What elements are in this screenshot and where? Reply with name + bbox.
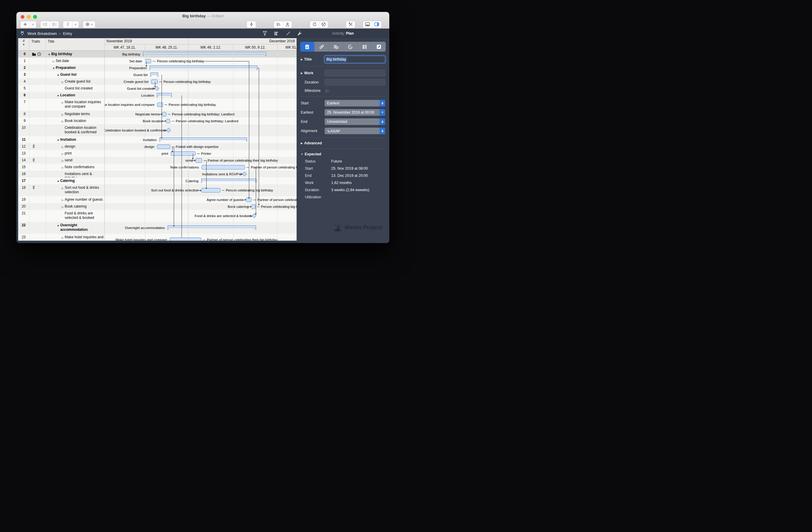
collapse-triangle-icon[interactable]: ▼ [56,93,60,99]
earliest-date-field[interactable]: 25. November 2019 at 00:00 [324,109,385,116]
gantt-milestone-diamond[interactable] [166,128,171,133]
tab-notes[interactable] [372,42,386,52]
gantt-bar-task[interactable] [162,112,166,116]
table-row[interactable]: 10Celebration location booked & confirme… [18,124,296,136]
start-popup[interactable]: Earliest [324,100,385,106]
milestone-checkbox[interactable] [324,88,329,93]
breadcrumb-current[interactable]: Entry [63,31,72,36]
table-row[interactable]: 5Guest list createdGuest list created [18,85,296,92]
gantt-milestone-diamond[interactable] [155,86,159,91]
tab-custom-fields[interactable] [357,42,372,52]
tab-progress[interactable]: % [343,42,357,52]
table-row[interactable]: 4▷Create guest listCreate guest listPers… [18,78,296,85]
table-row[interactable]: 17▼CateringCatering [18,177,296,184]
indent-button[interactable] [41,21,49,28]
gantt-bar-task[interactable] [171,151,195,156]
disclosure-icon[interactable]: ▼ [301,153,303,156]
disclosure-icon[interactable]: ▶ [301,72,303,74]
table-row[interactable]: 6▼LocationLocation [18,92,296,99]
expand-triangle-icon[interactable]: ▷ [52,59,56,64]
gantt-bar-task[interactable] [151,79,158,84]
toggle-inspector-button[interactable] [372,21,381,28]
stepper-icon[interactable] [379,118,385,125]
expand-triangle-icon[interactable]: ▷ [60,204,65,210]
tab-plan-info[interactable] [300,42,314,52]
collapse-triangle-icon[interactable]: ▼ [47,52,51,58]
collapse-triangle-icon[interactable]: ▼ [56,223,60,234]
expected-section[interactable]: ▼Expected [301,152,385,156]
gantt-bar-task[interactable] [246,198,251,202]
breadcrumb[interactable]: Work Breakdown › Entry [16,31,72,36]
gantt-bar-task[interactable] [195,158,202,162]
zoom-button[interactable] [33,15,37,19]
disclosure-icon[interactable]: ▶ [301,142,303,145]
gantt-bar-task[interactable] [157,103,163,107]
gantt-bar-summary[interactable] [201,178,256,183]
gantt-milestone-diamond[interactable] [242,171,247,176]
gantt-bar-task[interactable] [157,144,170,149]
expand-triangle-icon[interactable]: ▷ [60,158,65,164]
expand-triangle-icon[interactable]: ▷ [60,151,65,157]
table-row[interactable]: 23▷Make hotel inquiries and compareMake … [18,234,296,241]
gantt-bar-task[interactable] [201,188,220,193]
gantt-bar-task[interactable] [145,59,151,63]
gantt-bar-task[interactable] [251,204,256,209]
duration-input[interactable] [324,79,385,86]
sync-button[interactable] [310,21,319,28]
gantt-bar-summary[interactable] [159,138,247,142]
table-row[interactable]: 2▼PreparationPreparation [18,64,296,71]
advanced-section[interactable]: ▶Advanced [301,141,385,145]
close-button[interactable] [20,15,25,19]
column-header-title[interactable]: Title [46,38,105,51]
table-row[interactable]: 14▷sendsendPartner of person celebrating… [18,157,296,164]
column-header-number[interactable]: #▲ [18,38,29,51]
timeline-header[interactable]: November 2019December 2019 WK 47, 18.11.… [105,38,296,51]
tab-links[interactable] [314,42,329,52]
gantt-bar-summary[interactable] [150,72,158,77]
gantt-bar-task[interactable] [202,165,245,169]
table-row[interactable]: 1▷Set dateSet datePerson celebrating big… [18,58,296,64]
collapse-triangle-icon[interactable]: ▼ [56,72,60,78]
add-chevron-icon[interactable]: ∨ [29,21,36,28]
table-row[interactable]: 11▼InvitationInvitation [18,136,296,143]
stepper-icon[interactable] [379,128,385,134]
work-label[interactable]: ▶Work [301,71,324,75]
collapse-triangle-icon[interactable]: ▼ [56,178,60,184]
chevron-down-icon[interactable] [379,109,385,116]
expand-triangle-icon[interactable]: ▷ [60,112,65,117]
table-row[interactable]: 20▷Book cateringBook cateringPerson cele… [18,203,296,210]
title-label[interactable]: ▶Title [301,57,324,61]
filter-icon[interactable] [263,31,267,36]
gantt-bar-summary[interactable] [143,52,266,57]
outdent-button[interactable] [49,21,59,28]
tab-finances[interactable]: $ [329,42,343,52]
table-row[interactable]: 7▷Make location inquiries and compareMak… [18,99,296,111]
table-row[interactable]: 21Food & drinks are selected & bookedFoo… [18,210,296,222]
expand-triangle-icon[interactable]: ▷ [60,100,65,111]
actions-lightning-button[interactable] [247,21,256,28]
expand-triangle-icon[interactable]: ▷ [60,235,65,241]
collapse-triangle-icon[interactable]: ▼ [56,138,60,143]
expand-triangle-icon[interactable]: ▷ [60,186,65,196]
title-input[interactable]: Big birthday [324,56,385,63]
gantt-bar-task[interactable] [170,238,201,241]
table-row[interactable]: 12▷designdesignFriend with design expert… [18,143,296,150]
attach-chevron-icon[interactable]: ∨ [72,21,79,28]
library-button[interactable] [274,21,283,28]
tools-button[interactable] [346,21,355,28]
gantt-bar-summary[interactable] [150,66,258,70]
breadcrumb-root[interactable]: Work Breakdown [27,31,57,36]
style-brush-icon[interactable] [286,31,290,36]
disclosure-icon[interactable]: ▶ [301,58,303,61]
alignment-popup[interactable]: ↳ASAP [324,128,385,134]
resources-button[interactable] [283,21,292,28]
column-header-traits[interactable]: Traits [29,38,46,51]
table-row[interactable]: 8▷Negotiate termsNegotiate termsPerson c… [18,111,296,117]
settings-button[interactable]: ∨ [83,21,95,28]
add-button[interactable] [20,21,29,28]
stepper-icon[interactable] [379,100,385,106]
expand-triangle-icon[interactable]: ▷ [60,119,65,124]
network-button[interactable] [319,21,328,28]
attach-button[interactable] [63,21,72,28]
work-input[interactable] [324,70,385,76]
